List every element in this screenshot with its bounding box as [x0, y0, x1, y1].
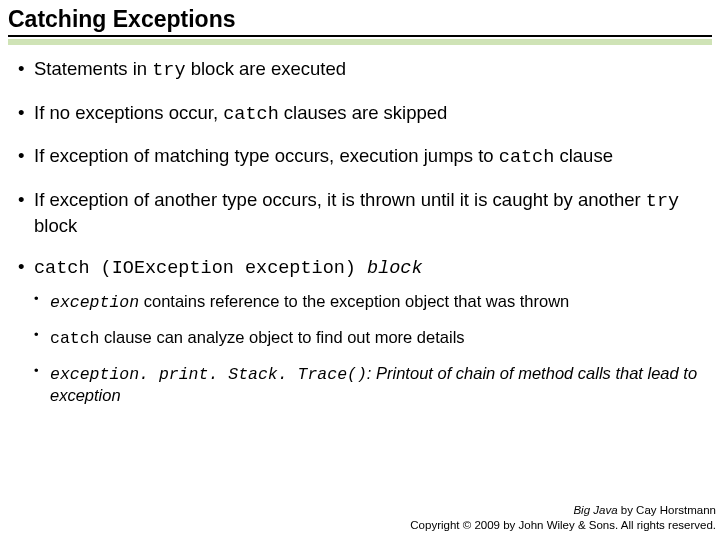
- bullet-text: clauses are skipped: [279, 102, 448, 123]
- sub-bullet-3: exception. print. Stack. Trace(): Printo…: [34, 363, 702, 406]
- code-exception: exception: [50, 293, 139, 312]
- title-area: Catching Exceptions: [0, 0, 720, 45]
- bullet-1: Statements in try block are executed: [18, 57, 702, 83]
- code-catch: catch: [50, 329, 100, 348]
- sub-bullet-1: exception contains reference to the exce…: [34, 291, 702, 313]
- code-catch: catch: [223, 104, 279, 125]
- code-try: try: [646, 191, 679, 212]
- code-try: try: [152, 60, 185, 81]
- bullet-text: If exception of matching type occurs, ex…: [34, 145, 499, 166]
- book-title: Big Java: [573, 504, 617, 516]
- bullet-5: catch (IOException exception) block exce…: [18, 255, 702, 406]
- author: by Cay Horstmann: [618, 504, 716, 516]
- code-catch: catch: [499, 147, 555, 168]
- bullet-text: contains reference to the exception obje…: [139, 292, 569, 310]
- bullet-2: If no exceptions occur, catch clauses ar…: [18, 101, 702, 127]
- sub-bullet-2: catch clause can analyze object to find …: [34, 327, 702, 349]
- bullet-4: If exception of another type occurs, it …: [18, 188, 702, 237]
- code-block: block: [356, 258, 423, 279]
- footer-line-2: Copyright © 2009 by John Wiley & Sons. A…: [410, 518, 716, 534]
- slide-footer: Big Java by Cay Horstmann Copyright © 20…: [410, 503, 716, 534]
- bullet-text: If exception of another type occurs, it …: [34, 189, 646, 210]
- slide-content: Statements in try block are executed If …: [0, 45, 720, 406]
- bullet-3: If exception of matching type occurs, ex…: [18, 144, 702, 170]
- code-stacktrace: exception. print. Stack. Trace(): [50, 365, 367, 384]
- bullet-text: clause can analyze object to find out mo…: [100, 328, 465, 346]
- footer-line-1: Big Java by Cay Horstmann: [410, 503, 716, 519]
- code-catch-sig: catch (IOException exception): [34, 258, 356, 279]
- bullet-text: Statements in: [34, 58, 152, 79]
- bullet-text: If no exceptions occur,: [34, 102, 223, 123]
- title-underline: [8, 35, 712, 37]
- bullet-text: block are executed: [186, 58, 346, 79]
- bullet-text: clause: [554, 145, 613, 166]
- slide-title: Catching Exceptions: [8, 6, 712, 35]
- bullet-text: block: [34, 215, 77, 236]
